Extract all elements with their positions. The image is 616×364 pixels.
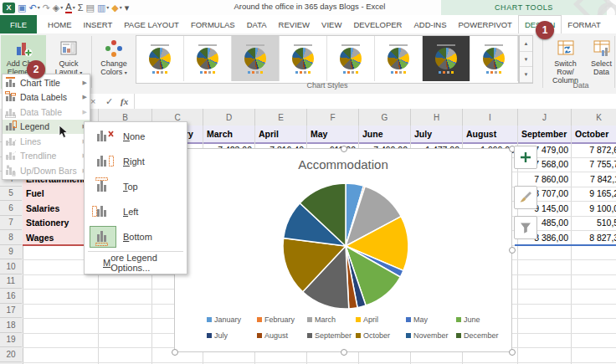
gallery-scroll-down-icon[interactable]: ▼ xyxy=(520,52,532,68)
row-header-9[interactable]: 9 xyxy=(0,245,22,260)
gallery-scroll-up-icon[interactable]: ▲ xyxy=(520,36,532,52)
legend-position-none[interactable]: None xyxy=(85,124,187,149)
tab-review[interactable]: REVIEW xyxy=(273,15,316,33)
legend-item-january[interactable]: January xyxy=(207,315,241,324)
row-header-11[interactable]: 11 xyxy=(0,274,22,290)
selection-handle[interactable] xyxy=(172,349,178,356)
gallery-scrollbar[interactable]: ▲ ▼ ▼ xyxy=(519,35,533,84)
row-header-7[interactable]: 7 xyxy=(0,216,22,231)
tab-developer[interactable]: DEVELOPER xyxy=(347,15,408,33)
legend-position-bottom[interactable]: Bottom xyxy=(85,224,187,249)
title-bar: X▣↶▾↷◈▾A▾Σ▤▥▾◆▾▾ Around the office in 36… xyxy=(0,0,616,15)
chart-filters-button[interactable] xyxy=(514,216,537,239)
fill-color-icon[interactable]: ◆▾ xyxy=(111,1,121,14)
legend-dot xyxy=(356,71,358,74)
legend-item-november[interactable]: November xyxy=(406,331,449,340)
tab-insert[interactable]: INSERT xyxy=(78,15,119,33)
legend-position-right[interactable]: Right xyxy=(85,149,187,174)
chart-style-thumbnail[interactable] xyxy=(184,36,232,81)
quick-layout-label: Quick xyxy=(59,59,78,68)
gallery-more-icon[interactable]: ▼ xyxy=(520,67,532,83)
row-header-6[interactable]: 6 xyxy=(0,201,22,216)
row-header-20[interactable]: 20 xyxy=(0,347,22,362)
chart-elements-button[interactable] xyxy=(514,146,537,169)
menu-item-data-labels[interactable]: Data Labels▶ xyxy=(3,90,90,105)
insert-function-icon[interactable]: fx xyxy=(121,94,128,109)
legend-marker xyxy=(356,333,361,338)
chart-style-thumbnail[interactable] xyxy=(375,36,423,81)
row-header-10[interactable]: 10 xyxy=(0,259,22,274)
row-header-17[interactable]: 17 xyxy=(0,304,22,319)
selection-handle[interactable] xyxy=(341,146,347,152)
legend-item-may[interactable]: May xyxy=(406,315,428,324)
legend-item-april[interactable]: April xyxy=(356,315,378,324)
legend-position-left[interactable]: Left xyxy=(85,199,187,224)
chart-style-thumbnail[interactable] xyxy=(470,36,518,81)
column-header-J[interactable]: J xyxy=(518,109,572,126)
selection-handle[interactable] xyxy=(341,349,347,356)
trendline-icon xyxy=(5,150,17,161)
paste-icon[interactable]: ▤ xyxy=(86,1,95,14)
autosum-icon[interactable]: Σ xyxy=(78,1,84,14)
change-colors-button[interactable]: Change Colors ▾ xyxy=(94,35,134,89)
tab-formulas[interactable]: FORMULAS xyxy=(185,15,241,33)
column-header-H[interactable]: H xyxy=(411,109,463,126)
formula-bar[interactable]: × ✓ fx xyxy=(0,94,616,110)
menu-item-legend[interactable]: Legend▶ xyxy=(3,120,90,135)
column-header-I[interactable]: I xyxy=(463,109,518,126)
column-header-K[interactable]: K xyxy=(572,109,616,126)
more-legend-options-item[interactable]: More Legend Options... xyxy=(85,254,187,272)
thumbnail-legend-dots xyxy=(439,71,454,74)
chart-style-thumbnail[interactable] xyxy=(232,36,280,81)
cancel-icon[interactable]: × xyxy=(90,94,95,109)
chart-legend[interactable]: JanuaryFebruaryMarchAprilMayJuneJulyAugu… xyxy=(200,314,493,346)
row-header-5[interactable]: 5 xyxy=(0,187,22,202)
legend-item-june[interactable]: June xyxy=(456,315,480,324)
tab-format[interactable]: FORMAT xyxy=(562,15,606,33)
chart-style-thumbnail[interactable] xyxy=(136,36,184,81)
legend-item-february[interactable]: February xyxy=(257,315,295,324)
tab-data[interactable]: DATA xyxy=(241,15,273,33)
menu-item-chart-title[interactable]: Chart Title▶ xyxy=(3,75,90,90)
pie-chart-object[interactable]: Accommodation JanuaryFebruaryMarchAprilM… xyxy=(174,148,512,352)
enter-icon[interactable]: ✓ xyxy=(105,94,113,109)
redo-icon[interactable]: ↷ xyxy=(43,1,50,14)
copy-icon[interactable]: ▥▾ xyxy=(97,1,109,14)
legend-item-october[interactable]: October xyxy=(356,331,390,340)
tab-powerpivot[interactable]: POWERPIVOT xyxy=(453,15,518,33)
ribbon-separator xyxy=(542,36,543,88)
chart-style-thumbnail[interactable] xyxy=(327,36,375,81)
legend-item-december[interactable]: December xyxy=(456,331,499,340)
undo-icon[interactable]: ↶▾ xyxy=(28,1,39,14)
legend-dot xyxy=(499,71,501,74)
tab-home[interactable]: HOME xyxy=(42,15,78,33)
row-header-18[interactable]: 18 xyxy=(0,318,22,333)
column-header-E[interactable]: E xyxy=(255,109,307,126)
row-header-8[interactable]: 8 xyxy=(0,230,22,245)
mouse-cursor xyxy=(59,125,69,139)
legend-dot xyxy=(443,71,445,74)
legend-item-august[interactable]: August xyxy=(257,331,288,340)
pointer-icon[interactable]: ◈▾ xyxy=(53,1,63,14)
column-header-D[interactable]: D xyxy=(203,109,255,126)
tab-add-ins[interactable]: ADD-INS xyxy=(408,15,452,33)
chart-style-thumbnail[interactable] xyxy=(280,36,327,81)
legend-item-september[interactable]: September xyxy=(307,331,352,340)
column-header-G[interactable]: G xyxy=(359,109,411,126)
selection-handle[interactable] xyxy=(509,247,516,254)
row-header-19[interactable]: 19 xyxy=(0,333,22,348)
tab-page-layout[interactable]: PAGE LAYOUT xyxy=(118,15,185,33)
font-color-icon[interactable]: A▾ xyxy=(65,1,74,14)
chart-styles-button[interactable] xyxy=(514,186,537,209)
selection-handle[interactable] xyxy=(509,349,516,356)
legend-position-top[interactable]: Top xyxy=(85,174,187,199)
step-badge-2: 2 xyxy=(27,60,45,79)
chart-style-thumbnail[interactable] xyxy=(423,36,470,81)
tab-view[interactable]: VIEW xyxy=(316,15,347,33)
legend-item-march[interactable]: March xyxy=(307,315,336,324)
row-header-16[interactable]: 16 xyxy=(0,289,22,304)
save-icon[interactable]: ▣ xyxy=(18,1,26,14)
legend-item-july[interactable]: July xyxy=(207,331,228,340)
tab-file[interactable]: FILE xyxy=(0,15,37,33)
column-header-F[interactable]: F xyxy=(307,109,359,126)
